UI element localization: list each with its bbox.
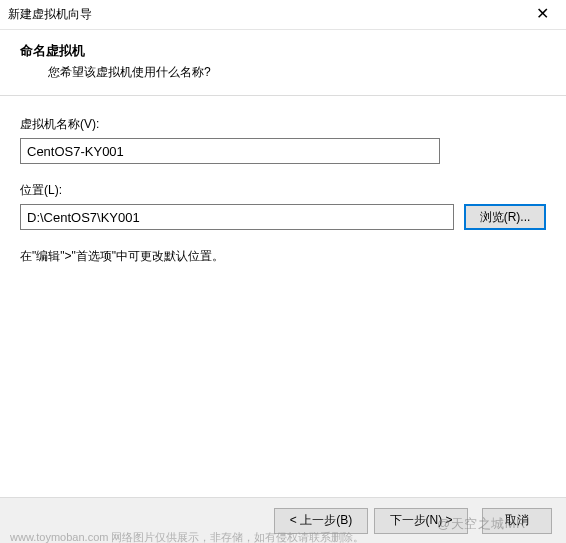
location-input[interactable] [20, 204, 454, 230]
titlebar: 新建虚拟机向导 ✕ [0, 0, 566, 30]
cancel-button[interactable]: 取消 [482, 508, 552, 534]
wizard-content: 虚拟机名称(V): 位置(L): 浏览(R)... 在"编辑">"首选项"中可更… [0, 96, 566, 275]
back-button[interactable]: < 上一步(B) [274, 508, 368, 534]
vm-name-label: 虚拟机名称(V): [20, 116, 546, 133]
browse-button[interactable]: 浏览(R)... [464, 204, 546, 230]
wizard-footer: < 上一步(B) 下一步(N) > 取消 [0, 497, 566, 543]
window-title: 新建虚拟机向导 [8, 6, 92, 23]
next-button[interactable]: 下一步(N) > [374, 508, 468, 534]
location-group: 位置(L): 浏览(R)... [20, 182, 546, 230]
page-subtitle: 您希望该虚拟机使用什么名称? [20, 64, 546, 81]
wizard-header: 命名虚拟机 您希望该虚拟机使用什么名称? [0, 30, 566, 96]
close-button[interactable]: ✕ [528, 3, 556, 27]
page-title: 命名虚拟机 [20, 42, 546, 60]
location-label: 位置(L): [20, 182, 546, 199]
vm-name-group: 虚拟机名称(V): [20, 116, 546, 164]
hint-text: 在"编辑">"首选项"中可更改默认位置。 [20, 248, 546, 265]
location-row: 浏览(R)... [20, 204, 546, 230]
close-icon: ✕ [536, 5, 549, 22]
vm-name-input[interactable] [20, 138, 440, 164]
